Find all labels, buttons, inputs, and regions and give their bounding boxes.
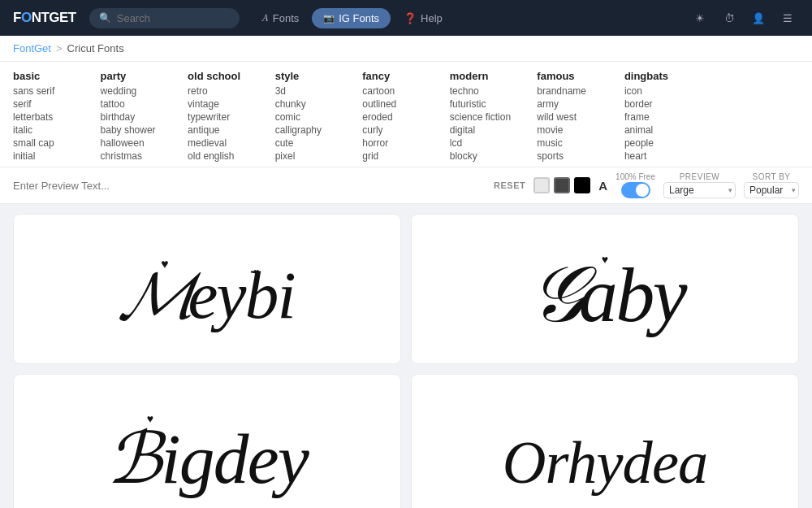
- font-card-orhydea[interactable]: Orhydea: [411, 374, 799, 508]
- cat-item-calligraphy[interactable]: calligraphy: [275, 124, 363, 136]
- font-card-meybi[interactable]: 𝓜eybi ♥ ♥: [13, 214, 401, 364]
- cat-header-dingbats: dingbats: [624, 68, 712, 84]
- search-bar[interactable]: 🔍: [89, 8, 240, 28]
- font-card-gaby[interactable]: 𝒢aby ♥: [411, 214, 799, 364]
- cat-item[interactable]: science fiction: [450, 111, 538, 123]
- nav-help-label: Help: [421, 12, 443, 24]
- nav-fonts[interactable]: 𝐴 Fonts: [253, 7, 309, 28]
- preview-size-group: PREVIEW Large Small Medium Extra Large ▾: [663, 172, 736, 198]
- font-size-indicator: A: [598, 179, 607, 193]
- reset-button[interactable]: RESET: [494, 180, 525, 190]
- category-grid: basic sans serif serif letterbats italic…: [13, 68, 799, 162]
- cat-item[interactable]: chunky: [275, 98, 363, 110]
- cat-item[interactable]: birthday: [101, 111, 188, 123]
- breadcrumb-sep: >: [56, 42, 63, 54]
- svg-text:♥: ♥: [602, 252, 608, 265]
- nav-help[interactable]: ❓ Help: [394, 8, 452, 28]
- cat-item[interactable]: brandname: [537, 85, 624, 97]
- font-preview-bigdey: ℬigdey ♥: [37, 386, 378, 508]
- cat-item[interactable]: eroded: [362, 111, 450, 123]
- cat-item[interactable]: initial: [13, 150, 101, 162]
- svg-text:♥: ♥: [147, 412, 153, 425]
- sort-by-select-wrap: Popular Newest A-Z Z-A ▾: [744, 182, 799, 198]
- breadcrumb-home[interactable]: FontGet: [13, 42, 51, 54]
- cat-item-outlined[interactable]: outlined: [362, 98, 450, 110]
- svg-text:Orhydea: Orhydea: [503, 429, 708, 496]
- sort-by-label: SORT BY: [752, 172, 790, 181]
- free-toggle[interactable]: [621, 182, 650, 198]
- cat-item[interactable]: music: [537, 137, 624, 149]
- menu-icon[interactable]: ☰: [776, 7, 799, 29]
- cat-col-dingbats: dingbats icon border frame animal people…: [624, 68, 712, 162]
- svg-text:ℬigdey: ℬigdey: [106, 419, 309, 498]
- nav-ig-fonts-label: IG Fonts: [339, 12, 379, 24]
- sort-by-select[interactable]: Popular Newest A-Z Z-A: [744, 182, 799, 198]
- cat-item-people[interactable]: people: [624, 137, 712, 149]
- cat-item[interactable]: letterbats: [13, 111, 101, 123]
- cat-item[interactable]: serif: [13, 98, 101, 110]
- cat-col-style: style 3d chunky comic calligraphy cute p…: [275, 68, 363, 162]
- cat-item[interactable]: vintage: [188, 98, 275, 110]
- toolbar: RESET A 100% Free PREVIEW Large Small Me…: [0, 167, 812, 204]
- header: FONTGET 🔍 𝐴 Fonts 📷 IG Fonts ❓ Help ☀ ⏱ …: [0, 0, 812, 36]
- cat-item[interactable]: lcd: [450, 137, 538, 149]
- cat-item[interactable]: sports: [537, 150, 624, 162]
- cat-item[interactable]: pixel: [275, 150, 363, 162]
- cat-item[interactable]: border: [624, 98, 712, 110]
- logo: FONTGET: [13, 10, 76, 26]
- cat-item[interactable]: 3d: [275, 85, 363, 97]
- search-input[interactable]: [117, 12, 214, 24]
- preview-text-input[interactable]: [13, 180, 486, 192]
- cat-item[interactable]: medieval: [188, 137, 275, 149]
- font-card-bigdey[interactable]: ℬigdey ♥: [13, 374, 401, 508]
- cat-item[interactable]: wedding: [101, 85, 188, 97]
- color-swatch-light[interactable]: [533, 177, 550, 193]
- user-icon[interactable]: 👤: [747, 7, 770, 29]
- cat-item[interactable]: digital: [450, 124, 538, 136]
- cat-item[interactable]: cute: [275, 137, 363, 149]
- breadcrumb: FontGet > Cricut Fonts: [0, 36, 812, 62]
- cat-item[interactable]: horror: [362, 137, 450, 149]
- cat-item[interactable]: tattoo: [101, 98, 188, 110]
- cat-item[interactable]: sans serif: [13, 85, 101, 97]
- color-swatch-dark[interactable]: [554, 177, 570, 193]
- cat-item[interactable]: comic: [275, 111, 363, 123]
- cat-item[interactable]: baby shower: [101, 124, 188, 136]
- cat-item[interactable]: small cap: [13, 137, 101, 149]
- preview-size-label: PREVIEW: [680, 172, 720, 181]
- svg-text:𝓜eybi: 𝓜eybi: [119, 258, 295, 332]
- cat-item[interactable]: blocky: [450, 150, 538, 162]
- cat-item[interactable]: army: [537, 98, 624, 110]
- cat-item[interactable]: wild west: [537, 111, 624, 123]
- font-icon: 𝐴: [262, 11, 269, 24]
- cat-item[interactable]: animal: [624, 124, 712, 136]
- cat-item[interactable]: frame: [624, 111, 712, 123]
- brightness-icon[interactable]: ☀: [689, 7, 711, 29]
- cat-item[interactable]: christmas: [101, 150, 188, 162]
- header-icons: ☀ ⏱ 👤 ☰: [689, 7, 799, 29]
- cat-item[interactable]: cartoon: [362, 85, 450, 97]
- nav-bar: 𝐴 Fonts 📷 IG Fonts ❓ Help: [253, 7, 452, 28]
- cat-item[interactable]: antique: [188, 124, 275, 136]
- cat-item[interactable]: heart: [624, 150, 712, 162]
- cat-item[interactable]: old english: [188, 150, 275, 162]
- history-icon[interactable]: ⏱: [718, 7, 741, 29]
- cat-item-curly[interactable]: curly: [362, 124, 450, 136]
- cat-item[interactable]: typewriter: [188, 111, 275, 123]
- cat-item[interactable]: retro: [188, 85, 275, 97]
- preview-size-select[interactable]: Large Small Medium Extra Large: [663, 182, 736, 198]
- cat-col-party: party wedding tattoo birthday baby showe…: [101, 68, 188, 162]
- cat-item-halloween[interactable]: halloween: [101, 137, 188, 149]
- svg-text:♥: ♥: [161, 256, 168, 270]
- sort-by-group: SORT BY Popular Newest A-Z Z-A ▾: [744, 172, 799, 198]
- cat-item[interactable]: grid: [362, 150, 450, 162]
- cat-item[interactable]: techno: [450, 85, 538, 97]
- color-swatch-black[interactable]: [574, 177, 590, 193]
- cat-item[interactable]: futuristic: [450, 98, 538, 110]
- breadcrumb-current: Cricut Fonts: [67, 42, 124, 54]
- cat-item[interactable]: italic: [13, 124, 101, 136]
- cat-item[interactable]: icon: [624, 85, 712, 97]
- cat-col-modern: modern techno futuristic science fiction…: [450, 68, 538, 162]
- nav-ig-fonts[interactable]: 📷 IG Fonts: [312, 8, 391, 28]
- cat-item[interactable]: movie: [537, 124, 624, 136]
